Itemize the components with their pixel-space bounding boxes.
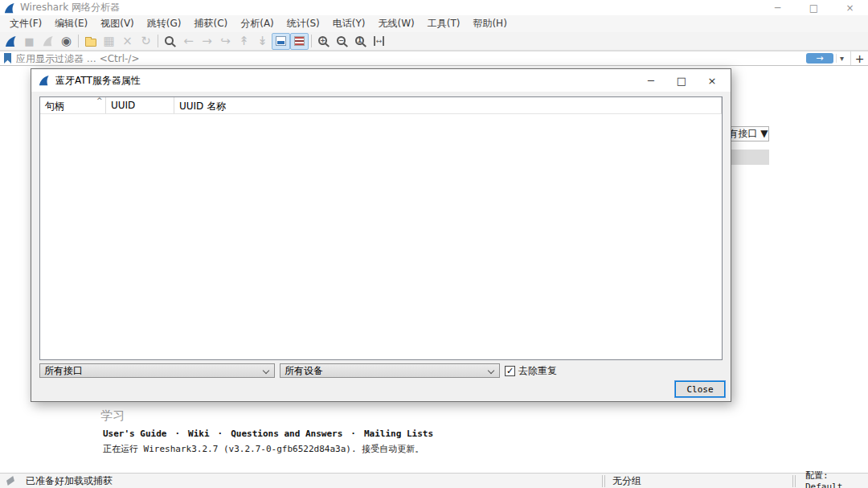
menu-view[interactable]: 视图(V) — [94, 15, 141, 32]
menu-telephony[interactable]: 电话(Y) — [326, 15, 372, 32]
window-title: Wireshark 网络分析器 — [20, 1, 120, 14]
main-titlebar: Wireshark 网络分析器 ─ □ × — [0, 0, 868, 15]
dialog-title: 蓝牙ATT服务器属性 — [55, 74, 141, 88]
remove-duplicates-row: ✓ 去除重复 — [505, 364, 557, 378]
zoom-in-icon[interactable]: + — [314, 33, 333, 50]
device-filter-select[interactable]: 所有设备 — [280, 363, 500, 378]
stop-capture-icon[interactable]: ■ — [20, 33, 39, 50]
interfaces-dropdown-button[interactable]: 有接口 ▼ — [727, 126, 769, 141]
chevron-down-icon — [263, 367, 269, 374]
status-separator — [792, 475, 793, 487]
bluetooth-att-dialog: 蓝牙ATT服务器属性 ─ □ × 句柄 UUID UUID 名称 ^ 所有接口 … — [31, 68, 731, 402]
close-file-icon[interactable]: × — [118, 33, 137, 50]
save-file-icon[interactable]: ▦ — [100, 33, 118, 50]
attributes-table: 句柄 UUID UUID 名称 ^ — [39, 96, 723, 360]
menu-file[interactable]: 文件(F) — [3, 15, 48, 32]
status-profile-text: 配置: Default — [805, 470, 868, 488]
apply-filter-icon[interactable]: → — [806, 53, 833, 64]
zoom-out-icon[interactable]: − — [333, 33, 351, 50]
dialog-titlebar[interactable]: 蓝牙ATT服务器属性 ─ □ × — [31, 69, 731, 92]
expert-info-icon[interactable] — [6, 476, 14, 486]
maximize-button[interactable]: □ — [796, 0, 832, 15]
minimize-button[interactable]: ─ — [760, 0, 796, 15]
menu-tools[interactable]: 工具(T) — [421, 15, 467, 32]
go-back-icon[interactable]: ← — [179, 33, 198, 50]
filter-history-caret-icon[interactable]: ▾ — [836, 54, 847, 63]
interface-filter-value: 所有接口 — [44, 364, 83, 378]
capture-options-icon[interactable]: ◉ — [57, 33, 76, 50]
status-separator — [604, 475, 605, 487]
display-filter-bar: → ▾ + — [0, 51, 868, 66]
go-to-packet-icon[interactable]: ↪ — [216, 33, 235, 50]
zoom-100-icon[interactable]: 1 — [351, 33, 370, 50]
restart-capture-icon[interactable] — [39, 33, 57, 50]
menu-capture[interactable]: 捕获(C) — [187, 15, 234, 32]
menu-statistics[interactable]: 统计(S) — [280, 15, 326, 32]
dialog-minimize-button[interactable]: ─ — [636, 69, 666, 92]
start-capture-icon[interactable] — [2, 33, 20, 50]
status-separator — [795, 475, 796, 487]
go-forward-icon[interactable]: → — [198, 33, 216, 50]
dialog-maximize-button[interactable]: □ — [666, 69, 697, 92]
find-packet-icon[interactable] — [161, 33, 179, 50]
link-separator: · — [174, 429, 180, 439]
status-packets-text: 无分组 — [612, 474, 641, 488]
menu-bar: 文件(F) 编辑(E) 视图(V) 跳转(G) 捕获(C) 分析(A) 统计(S… — [0, 15, 868, 32]
chevron-down-icon — [488, 367, 494, 374]
status-bar: 已准备好加载或捕获 无分组 配置: Default — [0, 473, 868, 488]
column-header-uuid[interactable]: UUID — [106, 97, 174, 113]
link-mailing-lists[interactable]: Mailing Lists — [364, 429, 433, 439]
column-header-uuid-name[interactable]: UUID 名称 — [174, 97, 722, 113]
toolbar-separator — [158, 35, 158, 47]
status-left-section: 已准备好加载或捕获 — [0, 474, 113, 488]
status-ready-text: 已准备好加载或捕获 — [26, 474, 113, 488]
interface-filter-select[interactable]: 所有接口 — [39, 363, 275, 378]
link-questions-answers[interactable]: Questions and Answers — [231, 429, 342, 439]
device-filter-value: 所有设备 — [285, 364, 323, 378]
dialog-window-controls: ─ □ × — [636, 69, 727, 92]
help-links-row: User's Guide · Wiki · Questions and Answ… — [103, 429, 433, 439]
remove-duplicates-label: 去除重复 — [518, 364, 557, 378]
menu-go[interactable]: 跳转(G) — [141, 15, 188, 32]
dialog-close-action-button[interactable]: Close — [675, 381, 725, 397]
auto-scroll-icon[interactable] — [272, 33, 290, 50]
menu-analyze[interactable]: 分析(A) — [234, 15, 280, 32]
menu-wireless[interactable]: 无线(W) — [371, 15, 420, 32]
main-toolbar: ■ ◉ ▦ × ↻ ← → ↪ ↟ ↡ + − 1 ↔ — [0, 32, 868, 51]
attributes-table-header: 句柄 UUID UUID 名称 ^ — [40, 97, 722, 114]
wireshark-logo-icon — [39, 75, 50, 86]
wireshark-logo-icon — [4, 2, 15, 14]
toolbar-separator — [311, 35, 312, 47]
link-wiki[interactable]: Wiki — [188, 429, 210, 439]
sort-ascending-icon: ^ — [96, 96, 103, 105]
go-first-packet-icon[interactable]: ↟ — [235, 33, 253, 50]
version-status-text: 正在运行 Wireshark3.2.7 (v3.2.7-0-gfb6522d84… — [103, 443, 424, 455]
status-profile-section[interactable]: 配置: Default — [805, 474, 868, 488]
filter-bookmark-icon[interactable] — [4, 53, 11, 64]
learn-heading: 学习 — [100, 408, 125, 424]
main-window-controls: ─ □ × — [760, 0, 868, 15]
interface-sparkline — [727, 150, 769, 165]
add-filter-button[interactable]: + — [850, 51, 868, 65]
folder-icon — [85, 39, 96, 47]
resize-columns-icon[interactable]: ↔ — [370, 33, 388, 50]
link-users-guide[interactable]: User's Guide — [103, 429, 166, 439]
open-file-icon[interactable] — [81, 33, 100, 50]
reload-file-icon[interactable]: ↻ — [137, 33, 155, 50]
link-separator: · — [350, 429, 356, 439]
link-separator: · — [218, 429, 223, 439]
status-packet-section: 无分组 — [612, 474, 641, 488]
menu-edit[interactable]: 编辑(E) — [48, 15, 94, 32]
menu-help[interactable]: 帮助(H) — [466, 15, 513, 32]
toolbar-separator — [78, 35, 79, 47]
dialog-close-button[interactable]: × — [697, 69, 727, 92]
remove-duplicates-checkbox[interactable]: ✓ — [505, 366, 515, 376]
status-separator — [602, 475, 603, 487]
wireshark-main-window: Wireshark 网络分析器 ─ □ × 文件(F) 编辑(E) 视图(V) … — [0, 0, 868, 488]
colorize-packets-icon[interactable] — [290, 33, 309, 50]
display-filter-input[interactable] — [16, 51, 806, 65]
go-last-packet-icon[interactable]: ↡ — [253, 33, 272, 50]
close-button[interactable]: × — [832, 0, 868, 15]
